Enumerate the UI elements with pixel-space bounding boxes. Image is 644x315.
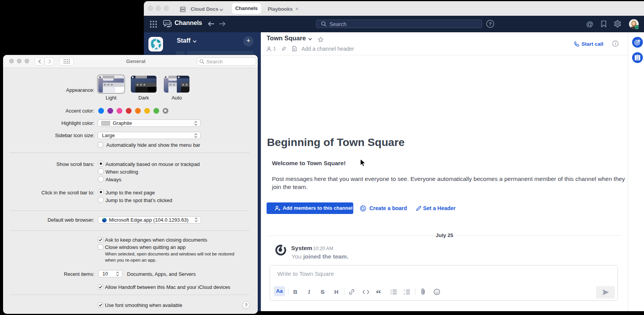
svg-text:2: 2 — [404, 293, 405, 295]
svg-text:?: ? — [489, 21, 492, 27]
svg-text:1: 1 — [404, 289, 405, 292]
